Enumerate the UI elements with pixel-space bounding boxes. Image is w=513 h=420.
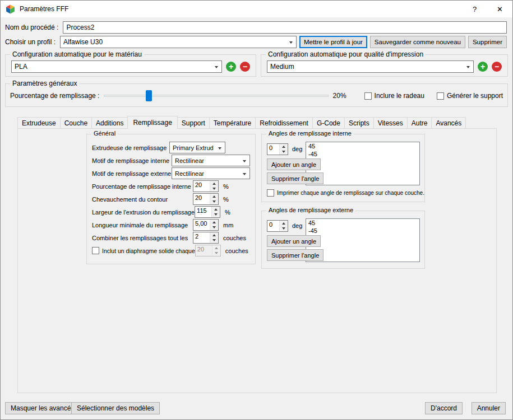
list-item[interactable]: 45 [306, 219, 419, 227]
spin-down-icon[interactable] [210, 186, 218, 192]
fill-extruder-label: Extrudeuse de remplissage [92, 144, 167, 151]
tab-avances[interactable]: Avancés [431, 117, 466, 128]
process-name-label: Nom du procédé : [5, 24, 58, 31]
process-name-input[interactable] [63, 21, 507, 34]
internal-angles-group: Angles de remplissage interne 0 deg 45 -… [261, 134, 425, 202]
print-angle-per-layer-checkbox[interactable]: Imprimer chaque angle de remplissage sur… [267, 189, 424, 197]
auto-config-material-group: Configuration automatique pour le matéri… [5, 54, 256, 77]
update-profile-button[interactable]: Mettre le profil à jour [299, 36, 367, 48]
extrusion-width-spinner[interactable]: 115 [195, 206, 220, 218]
include-raft-checkbox[interactable]: Inclure le radeau [364, 92, 424, 100]
list-item[interactable]: -45 [306, 227, 419, 235]
infill-slider-thumb[interactable] [146, 90, 152, 101]
fill-general-group: Général Extrudeuse de remplissage Primar… [86, 134, 256, 264]
remove-quality-button[interactable]: − [492, 62, 502, 72]
slider-track[interactable] [104, 95, 328, 97]
tab-remplissage[interactable]: Remplissage [127, 116, 177, 129]
fill-extruder-select[interactable]: Primary Extruder [169, 142, 225, 153]
spinner-arrows [212, 245, 220, 256]
quality-select[interactable]: Medium [267, 60, 474, 73]
internal-infill-percent-spinner[interactable]: 20 [193, 180, 219, 192]
diaphragm-checkbox[interactable]: Inclut un diaphragme solide chaque [92, 247, 195, 254]
combine-infill-spinner[interactable]: 2 [193, 232, 219, 244]
material-select[interactable]: PLA [11, 60, 222, 73]
help-icon[interactable]: ? [462, 1, 487, 17]
external-angle-spinner[interactable]: 0 [267, 220, 288, 232]
spinner-arrows[interactable] [279, 144, 288, 155]
spin-up-icon[interactable] [212, 207, 220, 212]
select-models-button[interactable]: Sélectionner des modèles [71, 402, 160, 414]
external-remove-angle-button[interactable]: Supprimer l'angle [267, 249, 323, 261]
spin-down-icon[interactable] [210, 238, 218, 244]
internal-remove-angle-button[interactable]: Supprimer l'angle [267, 172, 323, 184]
tab-vitesses[interactable]: Vitesses [373, 117, 408, 128]
auto-config-quality-title: Configuration automatique pour qualité d… [266, 50, 426, 58]
tab-support[interactable]: Support [177, 117, 210, 128]
spinner-value: 2 [193, 232, 210, 243]
add-material-button[interactable]: + [226, 62, 236, 72]
spin-down-icon[interactable] [280, 150, 288, 155]
spin-up-icon[interactable] [280, 144, 288, 150]
ok-button[interactable]: D'accord [425, 402, 463, 414]
add-quality-button[interactable]: + [478, 62, 488, 72]
internal-add-angle-button[interactable]: Ajouter un angle [267, 158, 321, 170]
spinner-arrows[interactable] [279, 221, 288, 231]
hide-advanced-button[interactable]: Masquer les avancés [5, 402, 80, 414]
auto-config-material-row: PLA + − [11, 60, 250, 73]
save-as-new-button[interactable]: Sauvegarder comme nouveau [370, 36, 465, 48]
tab-refroidissement[interactable]: Refroidissement [255, 117, 313, 128]
spin-up-icon[interactable] [210, 220, 218, 225]
internal-pattern-select[interactable]: Rectilinear [172, 155, 250, 166]
external-add-angle-button[interactable]: Ajouter un angle [267, 235, 321, 247]
spin-down-icon[interactable] [212, 212, 220, 218]
spinner-arrows[interactable] [210, 194, 218, 204]
tab-g-code[interactable]: G-Code [312, 117, 345, 128]
list-item[interactable]: 45 [306, 142, 419, 150]
fill-tab-panel: Général Extrudeuse de remplissage Primar… [17, 128, 497, 393]
general-params-group: Paramètres généraux Pourcentage de rempl… [5, 83, 508, 107]
internal-angle-spinner[interactable]: 0 [267, 143, 288, 155]
outline-overlap-spinner[interactable]: 20 [193, 193, 219, 205]
close-icon[interactable]: ✕ [487, 1, 512, 17]
spin-up-icon[interactable] [280, 221, 288, 226]
diaphragm-spinner: 20 [195, 245, 221, 256]
unit-label: % [223, 196, 229, 203]
tab-couche[interactable]: Couche [60, 117, 92, 128]
list-item[interactable]: -45 [306, 150, 419, 158]
titlebar-controls: ? ✕ [462, 1, 512, 17]
min-length-label: Longueur minimale du remplissage [92, 222, 193, 228]
generate-support-checkbox[interactable]: Générer le support [437, 92, 503, 100]
tab-additions[interactable]: Additions [91, 117, 128, 128]
checkbox-icon [267, 189, 274, 197]
spinner-arrows[interactable] [210, 181, 218, 192]
spin-up-icon[interactable] [210, 232, 218, 238]
tab-autre[interactable]: Autre [407, 117, 432, 128]
min-length-spinner[interactable]: 5,00 [193, 219, 219, 231]
profile-select-value: Alfawise U30 [63, 38, 103, 46]
spinner-arrows[interactable] [210, 232, 218, 243]
checkbox-icon [437, 92, 444, 100]
spin-up-icon[interactable] [210, 194, 218, 199]
spin-down-icon[interactable] [210, 199, 218, 205]
auto-config-quality-group: Configuration automatique pour qualité d… [261, 54, 508, 77]
chevron-down-icon [466, 66, 470, 68]
spinner-arrows[interactable] [210, 220, 218, 230]
spin-down-icon[interactable] [280, 226, 288, 232]
external-angles-group: Angles de remplissage externe 0 deg 45 -… [261, 211, 425, 269]
cancel-button[interactable]: Annuler [472, 402, 506, 414]
spin-down-icon[interactable] [210, 225, 218, 231]
tab-temperature[interactable]: Température [209, 117, 256, 128]
tab-extrudeuse[interactable]: Extrudeuse [17, 117, 61, 128]
infill-slider[interactable] [104, 90, 328, 101]
remove-material-button[interactable]: − [240, 62, 250, 72]
diaphragm-row: Inclut un diaphragme solide chaque 20 co… [92, 244, 250, 257]
spinner-arrows[interactable] [211, 207, 220, 217]
checkbox-icon [364, 92, 372, 100]
tab-scripts[interactable]: Scripts [344, 117, 374, 128]
spin-up-icon[interactable] [210, 181, 218, 186]
external-pattern-select[interactable]: Rectilinear [172, 167, 250, 179]
delete-profile-button[interactable]: Supprimer [468, 36, 507, 48]
profile-select[interactable]: Alfawise U30 [60, 36, 297, 48]
spinner-value: 5,00 [193, 220, 210, 230]
extrusion-width-row: Largeur de l'extrusion du remplissage 11… [92, 206, 250, 218]
